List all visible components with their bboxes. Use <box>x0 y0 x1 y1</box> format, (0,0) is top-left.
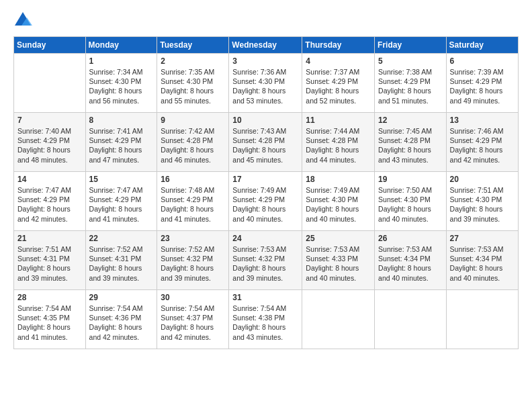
day-info: Sunrise: 7:43 AM Sunset: 4:28 PM Dayligh… <box>232 126 298 165</box>
day-number: 14 <box>17 175 82 184</box>
day-info: Sunrise: 7:49 AM Sunset: 4:29 PM Dayligh… <box>232 185 298 224</box>
day-number: 24 <box>232 234 298 243</box>
day-number: 21 <box>17 234 82 243</box>
header-cell-saturday: Saturday <box>446 37 518 54</box>
header <box>13 11 519 30</box>
day-number: 26 <box>378 234 443 243</box>
day-number: 11 <box>306 116 371 125</box>
day-cell: 24Sunrise: 7:53 AM Sunset: 4:32 PM Dayli… <box>229 231 302 290</box>
day-number: 17 <box>232 175 298 184</box>
day-cell: 7Sunrise: 7:40 AM Sunset: 4:29 PM Daylig… <box>14 113 86 172</box>
day-info: Sunrise: 7:47 AM Sunset: 4:29 PM Dayligh… <box>89 185 154 224</box>
day-info: Sunrise: 7:47 AM Sunset: 4:29 PM Dayligh… <box>17 185 82 224</box>
week-row-3: 21Sunrise: 7:51 AM Sunset: 4:31 PM Dayli… <box>14 231 519 290</box>
day-number: 19 <box>378 175 443 184</box>
calendar: SundayMondayTuesdayWednesdayThursdayFrid… <box>13 36 519 349</box>
day-number: 18 <box>306 175 371 184</box>
day-info: Sunrise: 7:52 AM Sunset: 4:31 PM Dayligh… <box>89 244 154 283</box>
day-info: Sunrise: 7:37 AM Sunset: 4:29 PM Dayligh… <box>306 67 371 105</box>
logo <box>13 11 35 30</box>
header-cell-wednesday: Wednesday <box>229 37 302 54</box>
day-number: 29 <box>89 293 154 302</box>
day-info: Sunrise: 7:53 AM Sunset: 4:34 PM Dayligh… <box>450 244 515 283</box>
header-cell-friday: Friday <box>375 37 447 54</box>
day-number: 6 <box>450 56 515 66</box>
day-cell <box>446 290 518 349</box>
day-cell: 8Sunrise: 7:41 AM Sunset: 4:29 PM Daylig… <box>85 113 157 172</box>
day-info: Sunrise: 7:54 AM Sunset: 4:36 PM Dayligh… <box>89 304 154 342</box>
day-cell: 18Sunrise: 7:49 AM Sunset: 4:30 PM Dayli… <box>302 172 375 231</box>
day-info: Sunrise: 7:42 AM Sunset: 4:28 PM Dayligh… <box>161 126 225 165</box>
day-number: 22 <box>89 234 154 243</box>
day-cell: 5Sunrise: 7:38 AM Sunset: 4:29 PM Daylig… <box>375 54 447 113</box>
day-info: Sunrise: 7:50 AM Sunset: 4:30 PM Dayligh… <box>378 185 443 224</box>
day-number: 30 <box>161 293 225 302</box>
day-cell: 22Sunrise: 7:52 AM Sunset: 4:31 PM Dayli… <box>85 231 157 290</box>
day-cell: 14Sunrise: 7:47 AM Sunset: 4:29 PM Dayli… <box>14 172 86 231</box>
day-number: 8 <box>89 116 154 125</box>
page: SundayMondayTuesdayWednesdayThursdayFrid… <box>0 0 532 411</box>
day-info: Sunrise: 7:54 AM Sunset: 4:35 PM Dayligh… <box>17 304 82 342</box>
day-cell: 23Sunrise: 7:52 AM Sunset: 4:32 PM Dayli… <box>157 231 229 290</box>
header-cell-thursday: Thursday <box>302 37 375 54</box>
week-row-4: 28Sunrise: 7:54 AM Sunset: 4:35 PM Dayli… <box>14 290 519 349</box>
day-info: Sunrise: 7:36 AM Sunset: 4:30 PM Dayligh… <box>232 67 298 105</box>
day-info: Sunrise: 7:35 AM Sunset: 4:30 PM Dayligh… <box>161 67 225 105</box>
day-number: 15 <box>89 175 154 184</box>
day-cell: 21Sunrise: 7:51 AM Sunset: 4:31 PM Dayli… <box>14 231 86 290</box>
day-info: Sunrise: 7:53 AM Sunset: 4:32 PM Dayligh… <box>232 244 298 283</box>
day-number: 27 <box>450 234 515 243</box>
day-info: Sunrise: 7:53 AM Sunset: 4:33 PM Dayligh… <box>306 244 371 283</box>
day-number: 5 <box>378 56 443 66</box>
header-cell-tuesday: Tuesday <box>157 37 229 54</box>
day-cell: 6Sunrise: 7:39 AM Sunset: 4:29 PM Daylig… <box>446 54 518 113</box>
day-cell: 20Sunrise: 7:51 AM Sunset: 4:30 PM Dayli… <box>446 172 518 231</box>
day-number: 25 <box>306 234 371 243</box>
day-number: 23 <box>161 234 225 243</box>
day-cell: 10Sunrise: 7:43 AM Sunset: 4:28 PM Dayli… <box>229 113 302 172</box>
day-cell: 31Sunrise: 7:54 AM Sunset: 4:38 PM Dayli… <box>229 290 302 349</box>
day-info: Sunrise: 7:34 AM Sunset: 4:30 PM Dayligh… <box>89 67 154 105</box>
day-number: 20 <box>450 175 515 184</box>
day-number: 10 <box>232 116 298 125</box>
calendar-header-row: SundayMondayTuesdayWednesdayThursdayFrid… <box>14 37 519 54</box>
day-cell: 27Sunrise: 7:53 AM Sunset: 4:34 PM Dayli… <box>446 231 518 290</box>
day-info: Sunrise: 7:51 AM Sunset: 4:30 PM Dayligh… <box>450 185 515 224</box>
day-cell: 17Sunrise: 7:49 AM Sunset: 4:29 PM Dayli… <box>229 172 302 231</box>
day-info: Sunrise: 7:54 AM Sunset: 4:38 PM Dayligh… <box>232 304 298 342</box>
day-info: Sunrise: 7:53 AM Sunset: 4:34 PM Dayligh… <box>378 244 443 283</box>
day-cell: 11Sunrise: 7:44 AM Sunset: 4:28 PM Dayli… <box>302 113 375 172</box>
day-number: 7 <box>17 116 82 125</box>
day-cell: 28Sunrise: 7:54 AM Sunset: 4:35 PM Dayli… <box>14 290 86 349</box>
day-cell: 16Sunrise: 7:48 AM Sunset: 4:29 PM Dayli… <box>157 172 229 231</box>
day-cell: 2Sunrise: 7:35 AM Sunset: 4:30 PM Daylig… <box>157 54 229 113</box>
day-cell: 15Sunrise: 7:47 AM Sunset: 4:29 PM Dayli… <box>85 172 157 231</box>
logo-icon <box>13 11 32 30</box>
day-number: 28 <box>17 293 82 302</box>
day-cell: 9Sunrise: 7:42 AM Sunset: 4:28 PM Daylig… <box>157 113 229 172</box>
day-number: 4 <box>306 56 371 66</box>
day-number: 1 <box>89 56 154 66</box>
day-cell <box>14 54 86 113</box>
day-info: Sunrise: 7:54 AM Sunset: 4:37 PM Dayligh… <box>161 304 225 342</box>
header-cell-monday: Monday <box>85 37 157 54</box>
day-cell <box>302 290 375 349</box>
day-cell: 12Sunrise: 7:45 AM Sunset: 4:28 PM Dayli… <box>375 113 447 172</box>
week-row-0: 1Sunrise: 7:34 AM Sunset: 4:30 PM Daylig… <box>14 54 519 113</box>
day-info: Sunrise: 7:51 AM Sunset: 4:31 PM Dayligh… <box>17 244 82 283</box>
day-info: Sunrise: 7:49 AM Sunset: 4:30 PM Dayligh… <box>306 185 371 224</box>
day-cell: 19Sunrise: 7:50 AM Sunset: 4:30 PM Dayli… <box>375 172 447 231</box>
day-cell: 29Sunrise: 7:54 AM Sunset: 4:36 PM Dayli… <box>85 290 157 349</box>
day-cell: 3Sunrise: 7:36 AM Sunset: 4:30 PM Daylig… <box>229 54 302 113</box>
day-cell: 26Sunrise: 7:53 AM Sunset: 4:34 PM Dayli… <box>375 231 447 290</box>
day-cell <box>375 290 447 349</box>
day-number: 12 <box>378 116 443 125</box>
day-number: 13 <box>450 116 515 125</box>
day-info: Sunrise: 7:40 AM Sunset: 4:29 PM Dayligh… <box>17 126 82 165</box>
day-cell: 13Sunrise: 7:46 AM Sunset: 4:29 PM Dayli… <box>446 113 518 172</box>
week-row-1: 7Sunrise: 7:40 AM Sunset: 4:29 PM Daylig… <box>14 113 519 172</box>
day-cell: 1Sunrise: 7:34 AM Sunset: 4:30 PM Daylig… <box>85 54 157 113</box>
day-info: Sunrise: 7:39 AM Sunset: 4:29 PM Dayligh… <box>450 67 515 105</box>
day-number: 9 <box>161 116 225 125</box>
day-number: 2 <box>161 56 225 66</box>
